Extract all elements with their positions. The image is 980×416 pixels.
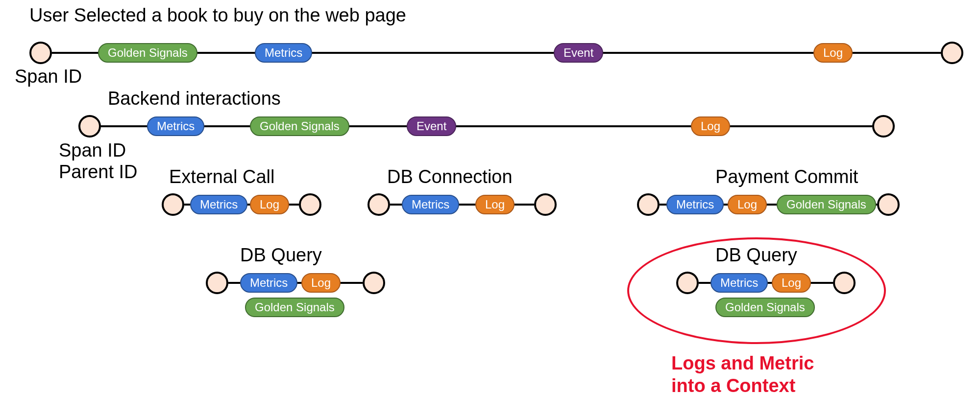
pill-log: Log	[250, 195, 289, 214]
span-start-icon	[637, 193, 660, 216]
span-start-icon	[368, 193, 390, 216]
callout-line-2: into a Context	[671, 375, 795, 396]
span-start-icon	[676, 272, 699, 294]
span-start-icon	[29, 42, 52, 64]
span-end-icon	[833, 272, 856, 294]
pill-metrics: Metrics	[666, 195, 724, 214]
span-title-root: User Selected a book to buy on the web p…	[29, 5, 406, 26]
pill-metrics: Metrics	[402, 195, 459, 214]
span-end-icon	[877, 193, 900, 216]
pill-golden-signals: Golden Signals	[250, 116, 349, 136]
callout-line-1: Logs and Metric	[671, 353, 814, 373]
span-end-icon	[872, 115, 895, 138]
span-end-icon	[941, 42, 963, 64]
span-title-db-connection: DB Connection	[387, 166, 513, 187]
span-start-icon	[78, 115, 101, 138]
pill-log: Log	[772, 273, 811, 293]
pill-golden-signals: Golden Signals	[777, 195, 876, 214]
label-parent-id: Parent ID	[59, 162, 138, 183]
span-start-icon	[206, 272, 228, 294]
pill-metrics: Metrics	[240, 273, 297, 293]
span-diagram: User Selected a book to buy on the web p…	[0, 0, 980, 416]
span-title-db-query-2: DB Query	[715, 245, 797, 266]
span-title-payment-commit: Payment Commit	[715, 166, 858, 187]
pill-metrics: Metrics	[190, 195, 247, 214]
span-end-icon	[299, 193, 321, 216]
pill-event: Event	[407, 116, 456, 136]
span-line-backend	[101, 125, 872, 127]
pill-log: Log	[301, 273, 341, 293]
label-span-id: Span ID	[59, 140, 126, 161]
pill-log: Log	[813, 43, 853, 63]
pill-metrics: Metrics	[710, 273, 768, 293]
pill-golden-signals: Golden Signals	[715, 298, 815, 317]
pill-metrics: Metrics	[147, 116, 204, 136]
pill-log: Log	[691, 116, 730, 136]
pill-golden-signals: Golden Signals	[98, 43, 197, 63]
pill-log: Log	[475, 195, 514, 214]
span-end-icon	[534, 193, 557, 216]
span-start-icon	[162, 193, 184, 216]
pill-metrics: Metrics	[255, 43, 312, 63]
label-span-id: Span ID	[15, 66, 82, 87]
span-title-external-call: External Call	[169, 166, 274, 187]
callout-text: Logs and Metric into a Context	[671, 352, 814, 397]
pill-log: Log	[728, 195, 767, 214]
span-title-db-query-1: DB Query	[240, 245, 322, 266]
pill-golden-signals: Golden Signals	[245, 298, 344, 317]
span-title-backend: Backend interactions	[108, 88, 281, 109]
pill-event: Event	[554, 43, 603, 63]
span-end-icon	[363, 272, 385, 294]
